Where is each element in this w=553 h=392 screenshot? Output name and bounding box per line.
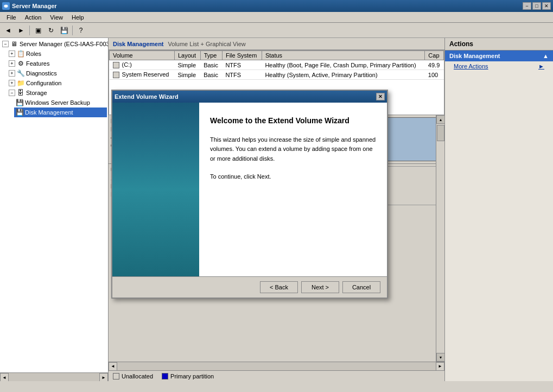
legend-label-unalloc: Unallocated [122, 373, 153, 380]
wizard-footer: < Back Next > Cancel [112, 276, 387, 298]
refresh-button[interactable]: ↻ [45, 24, 57, 36]
wizard-cancel-button[interactable]: Cancel [342, 281, 380, 293]
toolbar-separator-2 [72, 26, 73, 35]
sidebar-item-wsb[interactable]: 💾 Windows Server Backup [14, 98, 107, 108]
sidebar-item-label: Configuration [26, 80, 61, 86]
h-scroll-left[interactable]: ◄ [109, 362, 117, 371]
config-expander[interactable]: + [9, 80, 15, 86]
legend-unalloc: Unallocated [113, 373, 153, 380]
menu-file[interactable]: File [2, 13, 21, 22]
table-row[interactable]: (C:) Simple Basic NTFS Healthy (Boot, Pa… [110, 60, 444, 70]
extend-volume-wizard: Extend Volume Wizard ✕ Welcome to the Ex… [111, 90, 388, 299]
vol-type: Basic [200, 70, 222, 80]
back-button[interactable]: ◄ [2, 24, 14, 36]
export-button[interactable]: 💾 [58, 24, 70, 36]
menu-action[interactable]: Action [21, 13, 46, 22]
col-volume[interactable]: Volume [110, 51, 175, 60]
diagnostics-expander[interactable]: + [9, 70, 15, 77]
tree-view: − 🖥 Server Manager (ECS-IAAS-F0037... + … [0, 38, 108, 372]
storage-icon: 🗄 [16, 88, 25, 97]
actions-panel: Actions Disk Management ▲ More Actions ► [444, 38, 553, 381]
scroll-thumb[interactable] [437, 125, 444, 141]
sidebar-item-storage[interactable]: − 🗄 Storage [8, 88, 107, 98]
wsb-icon: 💾 [15, 98, 24, 107]
h-scrollbar[interactable]: ◄ ► [109, 362, 444, 370]
sidebar-item-diagnostics[interactable]: + 🔧 Diagnostics [8, 68, 107, 78]
maximize-button[interactable]: □ [532, 2, 541, 10]
disk-mgmt-title: Disk Management [113, 41, 164, 47]
close-button[interactable]: ✕ [542, 2, 551, 10]
actions-collapse-icon[interactable]: ▲ [543, 53, 549, 59]
actions-section-header: Disk Management ▲ [445, 50, 553, 61]
disk-mgmt-header: Disk Management Volume List + Graphical … [109, 38, 444, 50]
col-cap[interactable]: Cap [425, 51, 444, 60]
v-scrollbar[interactable]: ▴ ▾ [436, 115, 444, 362]
sidebar-item-label: Disk Management [25, 109, 73, 116]
sidebar-item-label: Storage [26, 90, 47, 96]
wizard-body: Welcome to the Extend Volume Wizard This… [112, 103, 387, 276]
wizard-next-button[interactable]: Next > [301, 281, 339, 293]
menu-view[interactable]: View [46, 13, 67, 22]
scroll-up-arrow[interactable]: ▴ [436, 115, 444, 124]
actions-title: Actions [445, 38, 553, 50]
table-row[interactable]: System Reserved Simple Basic NTFS Health… [110, 70, 444, 80]
vol-cap: 100 [425, 70, 444, 80]
col-layout[interactable]: Layout [174, 51, 200, 60]
wizard-close-button[interactable]: ✕ [376, 93, 385, 100]
toolbar-separator-1 [29, 26, 30, 35]
scroll-down-arrow[interactable]: ▾ [436, 353, 444, 362]
minimize-button[interactable]: − [523, 2, 531, 10]
features-expander[interactable]: + [9, 60, 15, 67]
show-hide-button[interactable]: ▣ [32, 24, 44, 36]
forward-button[interactable]: ► [15, 24, 27, 36]
roles-expander[interactable]: + [9, 50, 15, 57]
window-controls[interactable]: − □ ✕ [523, 2, 551, 10]
wizard-continue-text: To continue, click Next. [210, 172, 376, 182]
scroll-track [436, 124, 444, 353]
tree-root[interactable]: − 🖥 Server Manager (ECS-IAAS-F0037... [1, 39, 107, 49]
wizard-left-panel [112, 103, 199, 276]
tree-scroll-left[interactable]: ◄ [0, 373, 9, 381]
app-title: Server Manager [12, 3, 57, 9]
diagnostics-icon: 🔧 [16, 69, 25, 78]
sidebar-item-features[interactable]: + ⚙ Features [8, 59, 107, 68]
vol-cap: 49.9 [425, 60, 444, 70]
wizard-description: This wizard helps you increase the size … [210, 135, 376, 164]
sidebar-item-roles[interactable]: + 📋 Roles [8, 49, 107, 59]
vol-fs: NTFS [222, 70, 262, 80]
sidebar-item-label: Roles [26, 50, 41, 57]
left-panel: − 🖥 Server Manager (ECS-IAAS-F0037... + … [0, 38, 109, 381]
server-icon: 🖥 [10, 40, 18, 48]
more-actions-link[interactable]: More Actions ► [445, 61, 553, 71]
tree-root-label: Server Manager (ECS-IAAS-F0037... [20, 41, 108, 47]
h-scroll-track[interactable] [117, 362, 436, 371]
menu-help[interactable]: Help [67, 13, 88, 22]
col-status[interactable]: Status [262, 51, 424, 60]
disk-mgmt-icon: 💾 [15, 108, 24, 117]
col-fs[interactable]: File System [222, 51, 262, 60]
h-scroll-right[interactable]: ► [436, 362, 444, 371]
toolbar: ◄ ► ▣ ↻ 💾 ? [0, 23, 553, 38]
wizard-right-panel: Welcome to the Extend Volume Wizard This… [199, 103, 387, 276]
legend-box-primary [162, 373, 168, 380]
menu-bar: File Action View Help [0, 12, 553, 23]
disk-mgmt-view: Volume List + Graphical View [168, 41, 246, 47]
vol-layout: Simple [174, 60, 200, 70]
tree-scroll-right[interactable]: ► [99, 373, 108, 381]
root-expander[interactable]: − [2, 41, 9, 47]
storage-expander[interactable]: − [9, 90, 15, 96]
sidebar-item-label: Windows Server Backup [25, 99, 90, 106]
vol-name: (C:) [110, 60, 175, 70]
wizard-back-button[interactable]: < Back [260, 281, 298, 293]
vol-status: Healthy (System, Active, Primary Partiti… [262, 70, 424, 80]
actions-section-label: Disk Management [449, 53, 500, 59]
sidebar-item-configuration[interactable]: + 📁 Configuration [8, 78, 107, 88]
col-type[interactable]: Type [200, 51, 222, 60]
more-actions-arrow: ► [538, 63, 544, 69]
app-icon: ⛂ [2, 2, 10, 10]
sidebar-item-disk-management[interactable]: 💾 Disk Management [14, 108, 107, 117]
vol-status: Healthy (Boot, Page File, Crash Dump, Pr… [262, 60, 424, 70]
wizard-title-label: Extend Volume Wizard [115, 93, 179, 100]
vol-fs: NTFS [222, 60, 262, 70]
help-button[interactable]: ? [75, 24, 87, 36]
